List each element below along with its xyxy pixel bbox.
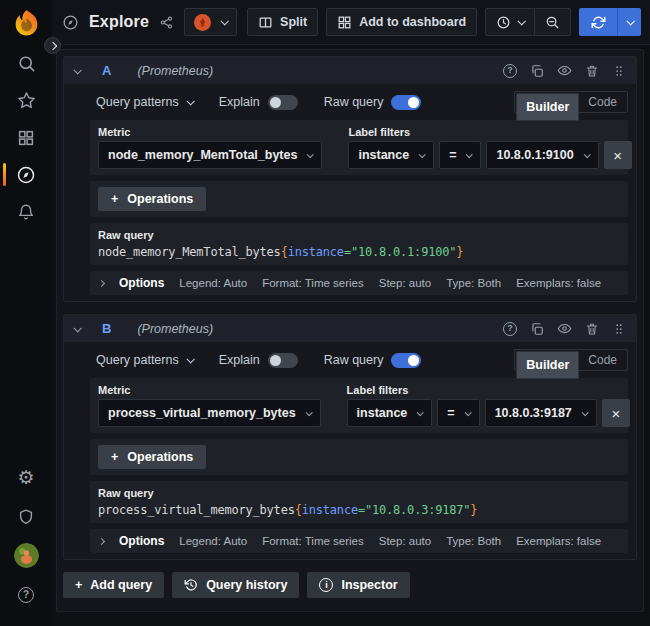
query-b-header[interactable]: B (Prometheus) ? (64, 315, 636, 342)
builder-mode-option[interactable]: Builder (516, 93, 579, 121)
metric-field: Metric node_memory_MemTotal_bytes (98, 126, 322, 169)
query-patterns-label: Query patterns (96, 95, 179, 109)
operations-label: Operations (127, 192, 193, 206)
metric-label: Metric (98, 126, 322, 138)
raw-query-preview: node_memory_MemTotal_bytes{instance="10.… (98, 245, 620, 259)
secondary-actions: + Add query Query history i Inspector (63, 572, 637, 598)
filter-name-select[interactable]: instance (348, 141, 434, 169)
filter-value: 10.8.0.1:9100 (496, 148, 573, 162)
metric-value: node_memory_MemTotal_bytes (108, 148, 297, 162)
add-operation-button[interactable]: + Operations (98, 187, 206, 211)
query-a-header[interactable]: A (Prometheus) ? (64, 57, 636, 84)
query-ref-badge: A (102, 63, 111, 78)
filter-value-select[interactable]: 10.8.0.1:9100 (486, 141, 598, 169)
filter-operator-select[interactable]: = (437, 399, 479, 427)
zoom-out-button[interactable] (535, 8, 571, 36)
chevron-down-icon (417, 409, 424, 416)
explain-toggle[interactable] (268, 95, 298, 110)
filter-operator-value: = (447, 406, 454, 420)
query-ref-badge: B (102, 321, 111, 336)
query-b-body: Query patterns Explain Raw query Builder… (64, 342, 636, 559)
add-operation-button[interactable]: + Operations (98, 445, 206, 469)
filter-name-select[interactable]: instance (347, 399, 433, 427)
drag-handle-icon[interactable] (612, 322, 626, 336)
raw-query-toggle[interactable] (391, 95, 421, 110)
raw-query-toggle[interactable] (391, 353, 421, 368)
metric-field: Metric process_virtual_memory_bytes (98, 384, 321, 427)
refresh-icon (579, 8, 617, 36)
add-filter-button[interactable]: + (643, 399, 644, 427)
add-query-button[interactable]: + Add query (63, 572, 164, 598)
sidebar-item-explore[interactable] (0, 156, 52, 193)
filter-operator-select[interactable]: = (439, 141, 481, 169)
chevron-down-icon (307, 151, 314, 158)
options-label: Options (119, 276, 164, 290)
sidebar-expand-button[interactable] (44, 37, 61, 54)
sidebar-bottom-group: ⚙ ? (0, 458, 52, 614)
gear-icon: ⚙ (17, 468, 34, 487)
raw-query-preview: process_virtual_memory_bytes{instance="1… (98, 503, 620, 517)
code-mode-option[interactable]: Code (579, 93, 626, 111)
sidebar-item-search[interactable] (0, 45, 52, 82)
options-collapsed-row[interactable]: Options Legend: Auto Format: Time series… (90, 271, 628, 295)
remove-filter-button[interactable]: × (602, 399, 630, 427)
split-icon (258, 15, 273, 30)
bell-icon (17, 203, 35, 221)
remove-query-trash-icon[interactable] (585, 322, 599, 336)
sidebar-item-help[interactable]: ? (0, 575, 52, 614)
run-query-button[interactable] (579, 8, 641, 36)
query-actions: ? (503, 63, 626, 78)
disable-query-eye-icon[interactable] (557, 63, 572, 78)
query-patterns-button[interactable]: Query patterns (96, 95, 193, 109)
code-mode-option[interactable]: Code (579, 351, 626, 369)
clock-icon (496, 15, 511, 30)
sidebar-item-starred[interactable] (0, 82, 52, 119)
profile-avatar (14, 543, 39, 568)
option-exemplars: Exemplars: false (516, 535, 601, 547)
dashboards-grid-icon (17, 129, 35, 147)
add-to-dashboard-button[interactable]: Add to dashboard (326, 8, 477, 36)
query-patterns-button[interactable]: Query patterns (96, 353, 193, 367)
chevron-down-icon (305, 409, 312, 416)
sidebar-item-profile[interactable] (0, 536, 52, 575)
options-label: Options (119, 534, 164, 548)
remove-query-trash-icon[interactable] (585, 64, 599, 78)
share-icon[interactable] (159, 15, 174, 30)
split-button[interactable]: Split (247, 8, 318, 36)
drag-handle-icon[interactable] (612, 64, 626, 78)
disable-query-eye-icon[interactable] (557, 321, 572, 336)
filter-value-select[interactable]: 10.8.0.3:9187 (485, 399, 597, 427)
label-filters-label: Label filters (347, 384, 644, 396)
filter-name-value: instance (358, 148, 409, 162)
option-type: Type: Both (446, 535, 501, 547)
query-history-button[interactable]: Query history (172, 572, 299, 598)
duplicate-query-icon[interactable] (530, 322, 544, 336)
metric-select[interactable]: node_memory_MemTotal_bytes (98, 141, 322, 169)
collapse-icon[interactable] (73, 66, 81, 74)
sidebar-item-alerting[interactable] (0, 193, 52, 230)
datasource-help-icon[interactable]: ? (503, 322, 517, 336)
filter-name-value: instance (357, 406, 408, 420)
datasource-help-icon[interactable]: ? (503, 64, 517, 78)
editor-mode-switcher: Builder Code (514, 91, 628, 113)
options-collapsed-row[interactable]: Options Legend: Auto Format: Time series… (90, 529, 628, 553)
sidebar-item-settings[interactable]: ⚙ (0, 458, 52, 497)
chevron-right-icon (98, 279, 105, 286)
sidebar-item-server-admin[interactable] (0, 497, 52, 536)
search-icon (17, 54, 36, 73)
refresh-dropdown-caret[interactable] (617, 8, 641, 36)
sidebar-item-dashboards[interactable] (0, 119, 52, 156)
option-legend: Legend: Auto (179, 535, 247, 547)
plus-icon: + (111, 450, 118, 464)
apps-grid-icon (337, 15, 352, 30)
inspector-button[interactable]: i Inspector (307, 572, 409, 598)
duplicate-query-icon[interactable] (530, 64, 544, 78)
builder-mode-option[interactable]: Builder (516, 351, 579, 379)
metric-select[interactable]: process_virtual_memory_bytes (98, 399, 321, 427)
grafana-logo-icon[interactable] (11, 8, 42, 39)
explain-toggle[interactable] (268, 353, 298, 368)
remove-filter-button[interactable]: × (604, 141, 632, 169)
collapse-icon[interactable] (73, 324, 81, 332)
time-range-button[interactable] (485, 8, 535, 36)
datasource-picker[interactable] (184, 8, 237, 36)
